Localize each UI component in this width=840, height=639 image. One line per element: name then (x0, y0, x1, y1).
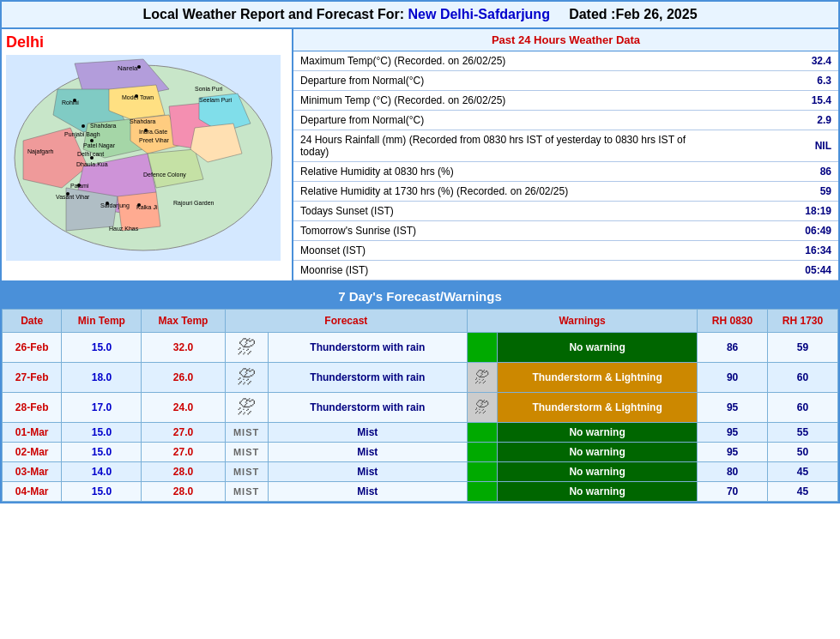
warning-text-cell: Thunderstorm & Lightning (498, 393, 698, 423)
forecast-text-cell: Mist (268, 462, 468, 482)
svg-text:Delhi cant: Delhi cant (77, 151, 104, 157)
forecast-description: Thunderstorm with rain (310, 371, 425, 383)
weather-label: Tomorrow's Sunrise (IST) (293, 221, 718, 241)
col-forecast: Forecast (225, 310, 468, 333)
warning-icon-cell (468, 482, 498, 502)
svg-point-38 (135, 94, 138, 98)
weather-value: 6.3 (718, 71, 838, 91)
delhi-map-area: Narela Rohini Model Town Seelam Puri Son… (6, 55, 281, 261)
warning-text-cell: No warning (498, 462, 698, 482)
forecast-title: 7 Day's Forecast/Warnings (2, 284, 838, 309)
forecast-section: 7 Day's Forecast/Warnings Date Min Temp … (2, 282, 838, 502)
weather-label: Maximum Temp(°C) (Recorded. on 26/02/25) (293, 51, 718, 71)
header-location: New Delhi-Safdarjung (408, 7, 550, 21)
warning-icon-cell (468, 423, 498, 443)
rh-1730: 60 (768, 393, 838, 423)
forecast-description: Mist (357, 466, 378, 478)
weather-value: 18:19 (718, 202, 838, 221)
map-city-label: Delhi (6, 33, 287, 51)
rh-0830: 95 (698, 443, 768, 462)
rh-1730: 59 (768, 333, 838, 363)
forecast-min-temp: 15.0 (62, 333, 142, 363)
weather-label: Relative Humidity at 0830 hrs (%) (293, 162, 718, 182)
rh-0830: 95 (698, 423, 768, 443)
forecast-row: 01-Mar 15.0 27.0 MIST Mist No warning 95… (3, 423, 838, 443)
forecast-max-temp: 26.0 (142, 363, 225, 393)
weather-row: Maximum Temp(°C) (Recorded. on 26/02/25)… (293, 51, 838, 71)
weather-value: 32.4 (718, 51, 838, 71)
forecast-description: Thunderstorm with rain (310, 341, 425, 353)
warning-text-cell: No warning (498, 423, 698, 443)
forecast-text-cell: Mist (268, 423, 468, 443)
forecast-row: 28-Feb 17.0 24.0 ⛈ Thunderstorm with rai… (3, 393, 838, 423)
weather-row: Relative Humidity at 0830 hrs (%) 86 (293, 162, 838, 182)
svg-point-42 (90, 156, 94, 160)
delhi-map-svg: Narela Rohini Model Town Seelam Puri Son… (6, 55, 281, 261)
page-header: Local Weather Report and Forecast For: N… (2, 2, 838, 29)
weather-row: Departure from Normal(°C) 2.9 (293, 111, 838, 130)
weather-label: Departure from Normal(°C) (293, 111, 718, 130)
rh-1730: 50 (768, 443, 838, 462)
warning-text-cell: Thunderstorm & Lightning (498, 363, 698, 393)
svg-text:Rohini: Rohini (62, 99, 79, 105)
svg-marker-4 (109, 85, 165, 119)
weather-label: Moonrise (IST) (293, 261, 718, 280)
forecast-max-temp: 27.0 (142, 423, 225, 443)
forecast-text-cell: Thunderstorm with rain (268, 393, 468, 423)
header-static-text: Local Weather Report and Forecast For: (142, 7, 404, 21)
mist-icon: MIST (233, 486, 259, 497)
weather-data-table: Maximum Temp(°C) (Recorded. on 26/02/25)… (293, 51, 838, 280)
svg-text:Rajouri Garden: Rajouri Garden (173, 200, 215, 207)
weather-label: Departure from Normal(°C) (293, 71, 718, 91)
svg-text:Patel Nagar: Patel Nagar (83, 142, 116, 149)
weather-value: NIL (718, 130, 838, 162)
weather-row: Tomorrow's Sunrise (IST) 06:49 (293, 221, 838, 241)
forecast-description: Mist (357, 446, 378, 458)
forecast-row: 03-Mar 14.0 28.0 MIST Mist No warning 80… (3, 462, 838, 482)
weather-row: Todays Sunset (IST) 18:19 (293, 202, 838, 221)
svg-point-46 (137, 203, 141, 207)
header-title: Local Weather Report and Forecast For: N… (142, 7, 697, 21)
weather-value: 86 (718, 162, 838, 182)
svg-point-40 (90, 139, 94, 142)
map-section: Delhi (2, 29, 293, 280)
svg-text:Sonia Puri: Sonia Puri (195, 86, 223, 92)
warning-icon-cell: ⛈ (468, 363, 498, 393)
forecast-row: 27-Feb 18.0 26.0 ⛈ Thunderstorm with rai… (3, 363, 838, 393)
col-date: Date (3, 310, 62, 333)
mist-icon: MIST (233, 467, 259, 477)
warning-icon-cell (468, 443, 498, 462)
svg-text:Preet Vihar: Preet Vihar (139, 137, 170, 143)
weather-row: Departure from Normal(°C) 6.3 (293, 71, 838, 91)
weather-label: 24 Hours Rainfall (mm) (Recorded from 08… (293, 130, 718, 162)
warning-text-cell: No warning (498, 333, 698, 363)
weather-row: Moonset (IST) 16:34 (293, 241, 838, 261)
thunderstorm-icon: ⛈ (237, 336, 256, 359)
svg-point-44 (66, 192, 69, 196)
forecast-text-cell: Mist (268, 443, 468, 462)
forecast-icon-cell: ⛈ (225, 363, 268, 393)
warning-text-cell: No warning (498, 443, 698, 462)
weather-value: 15.4 (718, 91, 838, 111)
col-min-temp: Min Temp (62, 310, 142, 333)
warning-text-cell: No warning (498, 482, 698, 502)
weather-label: Moonset (IST) (293, 241, 718, 261)
thunderstorm-icon: ⛈ (237, 366, 256, 389)
warning-icon-cell: ⛈ (468, 393, 498, 423)
weather-value: 59 (718, 182, 838, 202)
svg-text:Seelam Puri: Seelam Puri (199, 97, 233, 103)
forecast-description: Thunderstorm with rain (310, 401, 425, 413)
mist-icon: MIST (233, 447, 259, 457)
rh-0830: 90 (698, 363, 768, 393)
forecast-min-temp: 15.0 (62, 443, 142, 462)
weather-row: Minimum Temp (°C) (Recorded. on 26/02/25… (293, 91, 838, 111)
forecast-description: Mist (357, 485, 378, 497)
forecast-icon-cell: MIST (225, 482, 268, 502)
forecast-icon-cell: ⛈ (225, 333, 268, 363)
forecast-max-temp: 27.0 (142, 443, 225, 462)
rh-1730: 45 (768, 482, 838, 502)
rh-0830: 86 (698, 333, 768, 363)
svg-point-37 (73, 99, 76, 102)
forecast-row: 26-Feb 15.0 32.0 ⛈ Thunderstorm with rai… (3, 333, 838, 363)
svg-point-39 (82, 124, 85, 128)
